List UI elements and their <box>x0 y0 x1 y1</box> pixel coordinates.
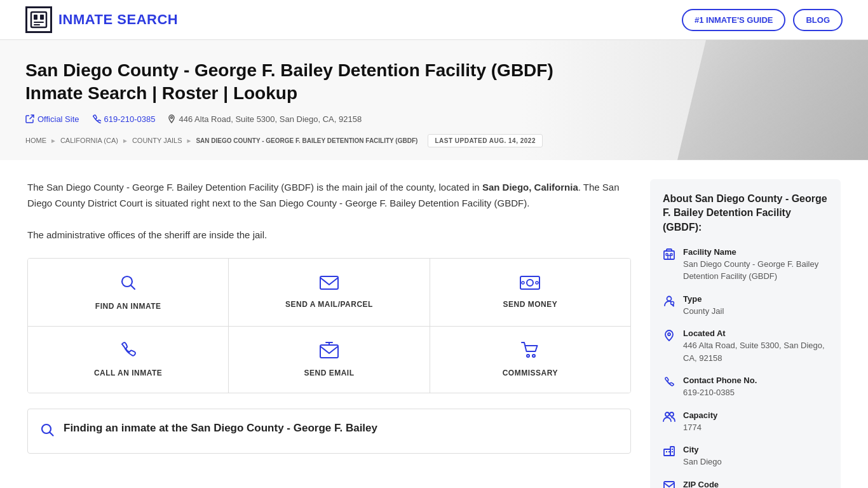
svg-rect-29 <box>672 449 673 450</box>
breadcrumb-current: SAN DIEGO COUNTY - GEORGE F. BAILEY DETE… <box>196 137 417 144</box>
svg-rect-4 <box>34 24 40 25</box>
svg-point-14 <box>532 355 535 357</box>
pin-icon <box>663 330 675 344</box>
blog-button[interactable]: BLOG <box>793 9 843 31</box>
phone-sidebar-label: Contact Phone No. <box>683 376 828 385</box>
description-paragraph2: The administrative offices of the sherif… <box>27 227 631 243</box>
sidebar-zip: ZIP Code <box>663 480 828 488</box>
svg-point-21 <box>671 301 674 304</box>
building-icon <box>663 248 675 262</box>
city-label: City <box>683 445 828 454</box>
email-action-icon <box>320 342 339 362</box>
buildings-icon <box>663 446 675 459</box>
hero-phone: 619-210-0385 <box>104 114 156 124</box>
person-icon <box>663 295 675 309</box>
find-inmate-cell[interactable]: FIND AN INMATE <box>28 259 229 326</box>
hero-address: 446 Alta Road, Suite 5300, San Diego, CA… <box>168 114 362 124</box>
svg-rect-12 <box>320 345 338 358</box>
official-site-link[interactable]: Official Site <box>25 114 79 124</box>
sidebar-capacity: Capacity 1774 <box>663 410 828 434</box>
send-money-cell[interactable]: SEND MONEY <box>430 259 630 326</box>
send-mail-label: SEND A MAIL/PARCEL <box>285 300 373 309</box>
action-row-2: CALL AN INMATE SEND EMAIL <box>28 327 630 393</box>
main-content: The San Diego County - George F. Bailey … <box>27 179 631 488</box>
sidebar-facility-name: Facility Name San Diego County - George … <box>663 247 828 283</box>
svg-rect-1 <box>34 15 37 20</box>
mail-icon <box>663 481 675 488</box>
send-email-cell[interactable]: SEND EMAIL <box>229 327 430 393</box>
main-container: The San Diego County - George F. Bailey … <box>2 160 866 488</box>
cart-icon <box>521 342 539 362</box>
svg-rect-8 <box>520 276 539 289</box>
sidebar-location: Located At 446 Alta Road, Suite 5300, Sa… <box>663 329 828 364</box>
commissary-label: COMMISSARY <box>503 369 558 377</box>
svg-rect-18 <box>670 254 672 255</box>
logo-icon <box>25 6 52 33</box>
location-value: 446 Alta Road, Suite 5300, San Diego, CA… <box>683 339 828 364</box>
svg-point-5 <box>171 117 173 119</box>
city-value: San Diego <box>683 456 828 468</box>
people-icon <box>663 412 675 424</box>
description-paragraph1: The San Diego County - George F. Bailey … <box>27 179 631 212</box>
capacity-label: Capacity <box>683 410 828 420</box>
svg-point-11 <box>536 281 538 284</box>
finding-section: Finding an inmate at the San Diego Count… <box>27 409 631 454</box>
finding-search-icon <box>41 423 55 440</box>
facility-name-label: Facility Name <box>683 247 828 257</box>
hero-content: San Diego County - George F. Bailey Dete… <box>25 59 756 147</box>
logo[interactable]: INMATE SEARCH <box>25 6 178 33</box>
hero-section: San Diego County - George F. Bailey Dete… <box>0 40 868 160</box>
finding-title: Finding an inmate at the San Diego Count… <box>64 422 377 435</box>
svg-rect-30 <box>672 451 673 452</box>
sidebar-phone: Contact Phone No. 619-210-0385 <box>663 376 828 399</box>
phone-sidebar-icon <box>663 377 675 390</box>
last-updated-badge: LAST UPDATED AUG. 14, 2022 <box>428 134 543 147</box>
location-icon <box>168 114 175 123</box>
phone-link[interactable]: 619-210-0385 <box>92 114 156 124</box>
send-mail-cell[interactable]: SEND A MAIL/PARCEL <box>229 259 430 326</box>
call-inmate-cell[interactable]: CALL AN INMATE <box>28 327 229 393</box>
breadcrumb-county-jails[interactable]: COUNTY JAILS <box>132 137 182 144</box>
svg-point-9 <box>527 280 533 286</box>
envelope-icon <box>320 276 339 294</box>
facility-name-value: San Diego County - George F. Bailey Dete… <box>683 258 828 283</box>
svg-point-23 <box>665 412 669 416</box>
sidebar-card: About San Diego County - George F. Baile… <box>650 179 841 488</box>
svg-point-22 <box>668 333 670 336</box>
location-label: Located At <box>683 329 828 338</box>
logo-text: INMATE SEARCH <box>58 11 178 28</box>
svg-rect-27 <box>666 451 667 452</box>
breadcrumb-home[interactable]: HOME <box>25 137 46 144</box>
action-row-1: FIND AN INMATE SEND A MAIL/PARCEL <box>28 259 630 327</box>
svg-point-24 <box>670 412 674 416</box>
commissary-cell[interactable]: COMMISSARY <box>430 327 630 393</box>
money-icon <box>520 276 540 294</box>
guide-button[interactable]: #1 INMATE'S GUIDE <box>682 9 785 31</box>
hero-meta: Official Site 619-210-0385 446 Alta Road… <box>25 114 756 124</box>
search-icon <box>119 274 137 295</box>
official-site-label: Official Site <box>37 114 79 124</box>
phone-icon <box>92 114 101 123</box>
call-inmate-label: CALL AN INMATE <box>94 369 162 377</box>
breadcrumb-california[interactable]: CALIFORNIA (CA) <box>60 137 118 144</box>
type-label: Type <box>683 294 828 304</box>
header-nav: #1 INMATE'S GUIDE BLOG <box>682 9 843 31</box>
breadcrumb: HOME ► CALIFORNIA (CA) ► COUNTY JAILS ► … <box>25 137 417 144</box>
sidebar-type: Type County Jail <box>663 294 828 318</box>
svg-rect-2 <box>40 15 44 20</box>
sidebar: About San Diego County - George F. Baile… <box>650 179 841 488</box>
capacity-value: 1774 <box>683 421 828 434</box>
phone-action-icon <box>120 342 137 362</box>
sidebar-city: City San Diego <box>663 445 828 468</box>
svg-rect-17 <box>666 254 668 255</box>
header: INMATE SEARCH #1 INMATE'S GUIDE BLOG <box>0 0 868 40</box>
link-icon <box>25 114 34 123</box>
zip-label: ZIP Code <box>683 480 828 488</box>
action-grid: FIND AN INMATE SEND A MAIL/PARCEL <box>27 258 631 393</box>
sidebar-title: About San Diego County - George F. Baile… <box>663 192 828 234</box>
svg-rect-3 <box>34 22 44 23</box>
svg-point-20 <box>667 296 672 301</box>
type-value: County Jail <box>683 305 828 318</box>
find-inmate-label: FIND AN INMATE <box>95 302 161 311</box>
svg-rect-28 <box>668 451 670 452</box>
